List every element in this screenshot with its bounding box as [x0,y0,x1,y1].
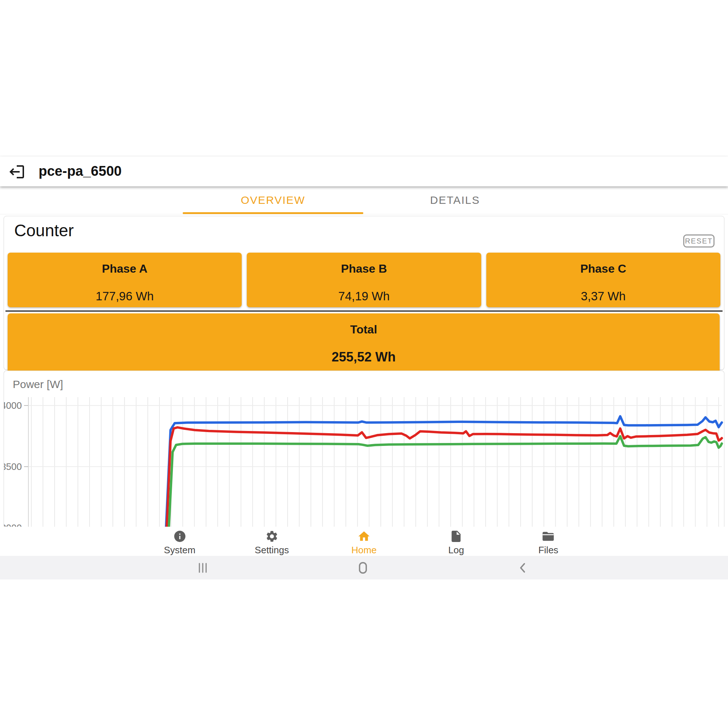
nav-item-system[interactable]: System [134,527,226,556]
phase-b-value: 74,19 Wh [338,289,390,303]
power-chart-svg: 400035003000 [4,371,724,527]
phase-c-box: Phase C 3,37 Wh [486,252,720,307]
total-label: Total [350,323,377,336]
nav-label-settings: Settings [255,544,289,556]
phase-row: Phase A 177,96 Wh Phase B 74,19 Wh Phase… [8,252,720,307]
back-button[interactable] [509,556,538,580]
logout-exit-icon [8,163,26,180]
file-icon [449,530,463,543]
total-value: 255,52 Wh [332,349,396,365]
phase-b-label: Phase B [341,262,387,275]
phase-a-value: 177,96 Wh [96,289,154,303]
phase-c-value: 3,37 Wh [581,289,626,303]
nav-label-system: System [164,544,196,556]
nav-item-files[interactable]: Files [502,527,594,556]
home-pill-icon [357,562,369,574]
screen: pce-pa_6500 OVERVIEW DETAILS Counter RES… [0,0,728,728]
tab-details-label: DETAILS [430,194,480,206]
home-icon [357,530,371,543]
nav-label-files: Files [538,544,558,556]
nav-label-home: Home [351,544,376,556]
phase-c-label: Phase C [580,262,626,275]
phase-b-box: Phase B 74,19 Wh [247,252,481,307]
folder-icon [541,530,555,543]
info-icon [173,530,187,543]
tab-overview[interactable]: OVERVIEW [182,187,364,214]
nav-item-settings[interactable]: Settings [226,527,318,556]
home-button[interactable] [348,556,378,580]
recents-icon [197,562,209,574]
bottom-navigation: System Settings Home Log [0,527,728,556]
svg-text:4000: 4000 [4,400,22,411]
gear-icon [265,530,279,543]
nav-item-log[interactable]: Log [410,527,502,556]
counter-card: Counter RESET Phase A 177,96 Wh Phase B … [4,216,724,370]
tab-bar: OVERVIEW DETAILS [0,187,728,214]
reset-button[interactable]: RESET [683,234,714,248]
phase-a-box: Phase A 177,96 Wh [8,252,242,307]
page-title: pce-pa_6500 [38,162,122,180]
power-chart-card: Power [W] 400035003000 [4,370,724,527]
tab-details[interactable]: DETAILS [364,187,546,214]
svg-text:3500: 3500 [4,461,22,472]
tab-active-underline [183,212,363,214]
counter-title: Counter [14,220,74,240]
app-bar: pce-pa_6500 [0,156,728,187]
android-system-bar [0,556,728,580]
logout-exit-button[interactable] [8,163,26,180]
total-divider [5,310,723,312]
tab-overview-label: OVERVIEW [241,194,305,206]
nav-label-log: Log [448,544,464,556]
phase-a-label: Phase A [102,262,147,275]
total-box: Total 255,52 Wh [8,314,720,376]
recents-button[interactable] [188,556,217,580]
back-chevron-icon [517,562,529,574]
nav-item-home[interactable]: Home [318,527,410,556]
